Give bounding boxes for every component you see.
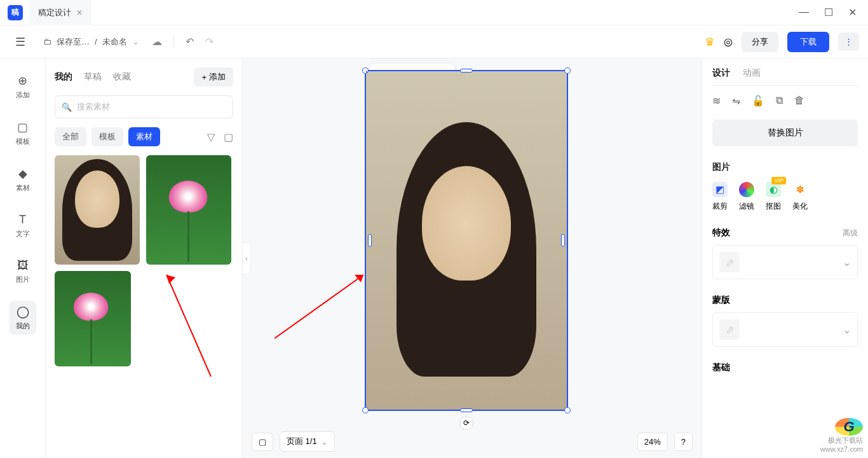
download-button[interactable]: 下载 [787, 32, 829, 52]
rotate-handle[interactable]: ⟳ [459, 416, 473, 430]
filter-all[interactable]: 全部 [55, 127, 86, 146]
tool-cutout[interactable]: VIP◐抠图 [766, 182, 781, 212]
chevron-down-icon: ⌄ [843, 324, 851, 336]
user-icon: ◯ [17, 305, 29, 319]
resize-handle-w[interactable] [368, 234, 372, 247]
section-fx: 特效 高级 [712, 227, 858, 239]
asset-thumb-lotus-1[interactable] [146, 155, 231, 265]
basic-title: 基础 [712, 362, 730, 373]
main: ⊕添加 ▢模板 ◆素材 T文字 🖼图片 ◯我的 我的 草稿 收藏 +添加 🔍 搜… [0, 59, 868, 458]
page-indicator[interactable]: 页面 1/1 ⌄ [280, 431, 335, 452]
copy-icon[interactable]: ⧉ [776, 95, 783, 107]
page-view-button[interactable]: ▢ [252, 433, 273, 451]
tool-beautify[interactable]: ✽美化 [792, 182, 808, 212]
text-icon: T [19, 213, 26, 226]
filter-template[interactable]: 模板 [92, 127, 123, 146]
resize-handle-n[interactable] [460, 69, 473, 73]
replace-image-button[interactable]: 替换图片 [712, 120, 858, 146]
path-sep: / [95, 37, 97, 46]
tool-filter[interactable]: 滤镜 [739, 182, 754, 212]
toolbar: ☰ 🗀 保存至… / 未命名 ⌄ ☁ ↶ ↷ ♛ ◎ 分享 下载 ⋮ [0, 25, 868, 59]
tab-design[interactable]: 设计 [712, 67, 730, 79]
tool-crop[interactable]: ◩裁剪 [712, 182, 728, 212]
watermark-url: www.xz7.com [820, 445, 863, 453]
tab-title: 稿定设计 [38, 7, 71, 18]
resize-handle-e[interactable] [561, 234, 565, 247]
asset-tabs: 我的 草稿 收藏 +添加 [55, 67, 233, 87]
canvas-area[interactable]: ‹ ⧉ 🗑 ⋯ ⟳ ▢ 页面 1/1 ⌄ [243, 59, 702, 458]
undo-icon[interactable]: ↶ [183, 33, 196, 50]
crown-icon[interactable]: ♛ [705, 35, 715, 49]
nav-label: 模板 [16, 137, 30, 146]
redo-icon[interactable]: ↷ [203, 33, 216, 50]
maximize-icon[interactable]: ☐ [824, 6, 833, 18]
zoom-level[interactable]: 24% [637, 433, 668, 451]
record-icon[interactable]: ◎ [724, 36, 733, 48]
asset-thumb-portrait[interactable] [55, 155, 140, 265]
chevron-down-icon[interactable]: ⌄ [132, 37, 139, 46]
grid-icon[interactable]: ▢ [224, 131, 233, 143]
more-button[interactable]: ⋮ [838, 32, 859, 51]
filter-material[interactable]: 素材 [128, 127, 160, 146]
tool-label: 美化 [792, 201, 808, 212]
nav-item-image[interactable]: 🖼图片 [10, 255, 36, 288]
tab-mine[interactable]: 我的 [55, 71, 72, 83]
share-button[interactable]: 分享 [742, 32, 778, 52]
mask-title: 蒙版 [712, 295, 730, 306]
plus-circle-icon: ⊕ [18, 74, 27, 88]
fx-selector[interactable]: ⬀ ⌄ [712, 245, 858, 279]
cloud-sync-icon[interactable]: ☁ [149, 33, 165, 50]
resize-handle-s[interactable] [460, 408, 473, 412]
trash-icon[interactable]: 🗑 [794, 95, 804, 107]
crop-icon: ◩ [712, 182, 728, 197]
search-icon: 🔍 [62, 102, 72, 112]
tab-favorites[interactable]: 收藏 [113, 71, 131, 83]
layers-icon[interactable]: ≋ [712, 95, 721, 107]
chevron-down-icon: ⌄ [843, 256, 851, 268]
nav-item-text[interactable]: T文字 [10, 209, 36, 242]
section-basic: 基础 [712, 362, 858, 373]
vip-badge: VIP [771, 177, 786, 184]
close-window-icon[interactable]: ✕ [848, 6, 857, 18]
canvas-bottom-bar: ▢ 页面 1/1 ⌄ 24% ? [252, 431, 693, 452]
nav-item-add[interactable]: ⊕添加 [10, 70, 36, 104]
nav-item-material[interactable]: ◆素材 [10, 163, 36, 197]
tab-animation[interactable]: 动画 [743, 67, 761, 79]
nav-label: 我的 [16, 321, 30, 331]
right-panel-tabs: 设计 动画 [712, 67, 858, 86]
chevron-down-icon: ⌄ [321, 437, 328, 447]
close-tab-icon[interactable]: ✕ [76, 8, 83, 17]
help-button[interactable]: ? [674, 433, 693, 451]
lock-icon[interactable]: 🔓 [752, 95, 764, 107]
save-path[interactable]: 🗀 保存至… / 未命名 ⌄ [43, 36, 139, 48]
add-asset-button[interactable]: +添加 [194, 67, 233, 87]
resize-handle-nw[interactable] [362, 67, 369, 74]
resize-handle-se[interactable] [564, 407, 571, 413]
asset-thumbnails [55, 155, 233, 366]
fx-advanced-link[interactable]: 高级 [843, 228, 858, 239]
add-label: 添加 [209, 71, 226, 83]
annotation-arrow-1 [268, 268, 370, 345]
plus-icon: + [201, 73, 207, 82]
resize-handle-sw[interactable] [362, 407, 369, 413]
minimize-icon[interactable]: — [799, 6, 809, 18]
filter-icon[interactable]: ▽ [207, 131, 215, 143]
nav-label: 图片 [16, 275, 30, 284]
search-input[interactable]: 🔍 搜索素材 [55, 95, 233, 118]
collapse-panel-button[interactable]: ‹ [242, 242, 251, 274]
menu-icon[interactable]: ☰ [9, 31, 32, 53]
tab-drafts[interactable]: 草稿 [84, 71, 102, 83]
resize-handle-ne[interactable] [564, 67, 571, 74]
flip-icon[interactable]: ⇋ [732, 95, 740, 107]
asset-panel: 我的 草稿 收藏 +添加 🔍 搜索素材 全部 模板 素材 ▽ ▢ [46, 59, 243, 458]
right-panel: 设计 动画 ≋ ⇋ 🔓 ⧉ 🗑 替换图片 图片 ◩裁剪 滤镜 VIP◐抠图 ✽美… [702, 59, 868, 458]
separator [173, 36, 174, 48]
asset-thumb-lotus-2[interactable] [55, 271, 131, 366]
mask-none-icon: ⬀ [719, 319, 740, 340]
nav-item-mine[interactable]: ◯我的 [10, 301, 36, 335]
mask-selector[interactable]: ⬀ ⌄ [712, 312, 858, 347]
document-tab[interactable]: 稿定设计 ✕ [29, 0, 92, 25]
selected-image[interactable]: ⟳ [365, 70, 568, 411]
nav-item-template[interactable]: ▢模板 [10, 116, 36, 150]
nav-label: 添加 [16, 90, 30, 100]
